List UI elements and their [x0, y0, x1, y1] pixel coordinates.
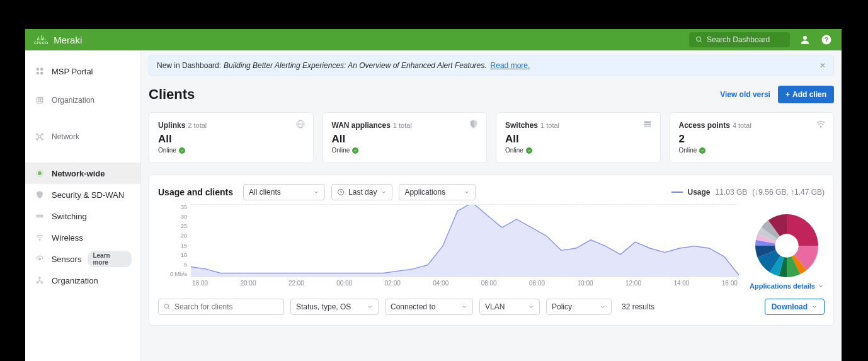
- svg-point-2: [803, 36, 807, 40]
- svg-rect-6: [40, 68, 43, 71]
- add-client-button[interactable]: + Add clien: [778, 86, 834, 103]
- sidebar-item-security[interactable]: Security & SD-WAN: [25, 184, 140, 205]
- brand[interactable]: cisco Meraki: [34, 34, 82, 45]
- dd-status-type[interactable]: Status, type, OS: [290, 299, 379, 315]
- svg-rect-27: [39, 215, 40, 216]
- global-search[interactable]: [689, 32, 790, 47]
- card-title: Uplinks: [158, 121, 185, 130]
- view-old-version-link[interactable]: View old versi: [720, 90, 770, 99]
- download-button[interactable]: Download: [765, 299, 825, 315]
- dd-policy[interactable]: Policy: [546, 299, 612, 315]
- svg-line-19: [38, 135, 39, 136]
- org-tree-icon: [34, 275, 45, 286]
- results-count: 32 results: [622, 302, 654, 311]
- search-clients[interactable]: [158, 299, 284, 315]
- profile-icon[interactable]: [799, 33, 811, 46]
- legend-up: ↑1.47 GB: [791, 188, 822, 197]
- legend-line-icon: [671, 192, 683, 193]
- help-icon[interactable]: ?: [820, 33, 833, 46]
- card-value: All: [332, 133, 478, 146]
- card-value: All: [158, 133, 304, 146]
- grid-icon: [34, 66, 45, 77]
- dd-label: VLAN: [485, 302, 505, 311]
- card-uplinks[interactable]: Uplinks2 total All Online: [149, 112, 314, 163]
- card-total: 1 total: [540, 122, 559, 129]
- card-total: 2 total: [188, 122, 207, 129]
- chevron-down-icon: [313, 189, 319, 195]
- chevron-down-icon: [818, 283, 824, 289]
- dd-metric[interactable]: Applications: [399, 184, 476, 200]
- app-details-label: Applications details: [750, 282, 815, 290]
- dd-clients[interactable]: All clients: [243, 184, 325, 200]
- sidebar-item-label: Network-wide: [52, 169, 105, 178]
- global-search-input[interactable]: [707, 35, 782, 44]
- card-wan-appliances[interactable]: WAN appliances1 total All Online: [323, 112, 488, 163]
- network-wide-icon: [34, 168, 45, 179]
- svg-line-22: [40, 137, 42, 139]
- card-title: WAN appliances: [332, 121, 391, 130]
- search-icon: [164, 303, 171, 311]
- search-clients-input[interactable]: [174, 302, 278, 311]
- shield-half-icon: [469, 119, 479, 132]
- card-title: Switches: [505, 121, 538, 130]
- wifi-icon: [34, 232, 45, 243]
- sidebar-item-network-wide[interactable]: Network-wide: [25, 163, 140, 184]
- svg-point-10: [38, 98, 39, 100]
- svg-point-43: [164, 304, 168, 308]
- svg-point-40: [820, 126, 821, 127]
- sidebar-item-label: Wireless: [52, 233, 83, 243]
- usage-legend: Usage 11.03 GB (↓9.56 GB, ↑1.47 GB): [671, 188, 825, 197]
- svg-point-30: [38, 258, 41, 260]
- dd-label: Connected to: [391, 302, 435, 311]
- legend-down: ↓9.56 GB,: [755, 188, 788, 197]
- applications-details-link[interactable]: Applications details: [750, 282, 824, 290]
- svg-point-18: [42, 139, 43, 140]
- card-access-points[interactable]: Access points4 total 2 Online: [670, 112, 835, 163]
- dd-time-range[interactable]: Last day: [331, 184, 392, 200]
- chevron-down-icon: [367, 304, 373, 310]
- sidebar-msp-label: MSP Portal: [52, 67, 93, 76]
- wifi-icon: [816, 119, 826, 132]
- sidebar-item-wireless[interactable]: Wireless: [25, 227, 140, 248]
- chevron-down-icon: [528, 304, 534, 310]
- svg-line-1: [700, 41, 702, 43]
- banner-new: New in Dashboard:: [157, 61, 221, 70]
- org-icon: [34, 95, 45, 106]
- switch-icon: [34, 210, 45, 222]
- sidebar-item-organization[interactable]: Organization: [25, 270, 140, 291]
- svg-line-21: [38, 137, 39, 139]
- sidebar: MSP Portal Organization Network: [25, 50, 141, 361]
- applications-donut[interactable]: [754, 213, 819, 278]
- sidebar-item-label: Sensors: [52, 255, 82, 264]
- sidebar-item-switching[interactable]: Switching: [25, 205, 140, 227]
- svg-point-42: [775, 234, 798, 257]
- status-ok-icon: [526, 147, 532, 154]
- globe-icon: [295, 119, 306, 132]
- add-client-label: Add clien: [792, 90, 826, 99]
- svg-rect-28: [40, 215, 41, 216]
- banner-read-more-link[interactable]: Read more.: [491, 61, 530, 70]
- card-total: 1 total: [393, 122, 412, 129]
- svg-line-20: [40, 135, 42, 136]
- banner-close-icon[interactable]: ✕: [819, 61, 826, 70]
- svg-rect-38: [644, 123, 651, 125]
- sidebar-item-sensors[interactable]: Sensors Learn more: [25, 248, 140, 270]
- network-icon: [34, 131, 45, 142]
- card-switches[interactable]: Switches1 total All Online: [496, 112, 661, 163]
- shield-icon: [34, 189, 45, 200]
- dd-vlan[interactable]: VLAN: [479, 299, 540, 315]
- sidebar-item-label: Switching: [52, 212, 87, 221]
- usage-chart: 35302520151050 Mb/s 18:0020:0022:0000:00…: [158, 204, 739, 290]
- dd-clients-label: All clients: [249, 188, 281, 197]
- sensors-learn-more-pill[interactable]: Learn more: [88, 251, 132, 267]
- status-ok-icon: [179, 147, 185, 154]
- svg-point-29: [39, 239, 40, 241]
- search-icon: [695, 36, 703, 43]
- brand-name: Meraki: [54, 35, 82, 45]
- main-content: New in Dashboard: Building Better Alerti…: [141, 50, 842, 361]
- svg-point-12: [38, 101, 39, 102]
- sidebar-msp-portal[interactable]: MSP Portal: [25, 60, 140, 82]
- download-label: Download: [772, 302, 808, 311]
- dd-connected-to[interactable]: Connected to: [385, 299, 473, 315]
- status-ok-icon: [352, 147, 358, 154]
